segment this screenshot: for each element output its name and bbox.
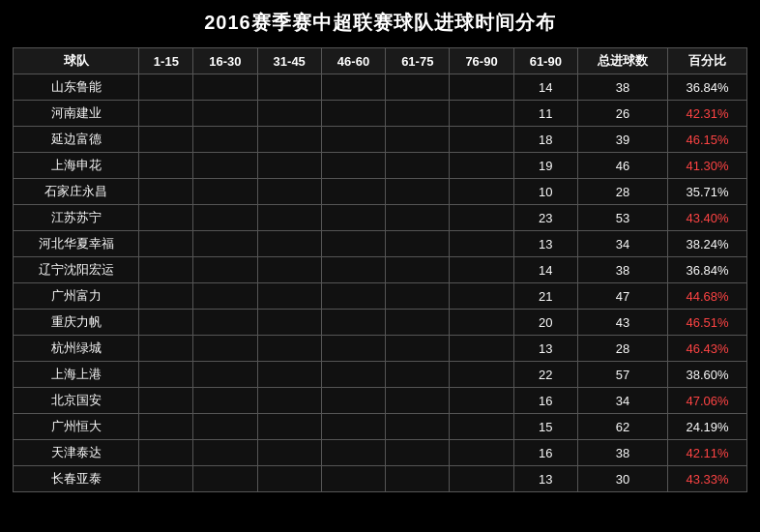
data-cell: 19: [513, 153, 577, 179]
data-cell: [386, 310, 450, 336]
percentage-cell: 24.19%: [668, 414, 747, 440]
data-cell: [450, 440, 513, 466]
data-cell: 38: [577, 257, 667, 283]
data-cell: [321, 388, 385, 414]
data-cell: 34: [577, 388, 667, 414]
column-header: 百分比: [668, 48, 747, 74]
data-cell: 46: [577, 153, 667, 179]
table-row: 上海上港225738.60%: [14, 362, 747, 388]
table-row: 长春亚泰133043.33%: [14, 466, 747, 492]
table-row: 重庆力帆204346.51%: [14, 310, 747, 336]
data-cell: [139, 388, 193, 414]
stats-table: 球队1-1516-3031-4546-6061-7576-9061-90总进球数…: [13, 47, 747, 492]
data-cell: [450, 74, 513, 101]
data-cell: [193, 231, 257, 257]
data-cell: [139, 283, 193, 310]
page-title: 2016赛季赛中超联赛球队进球时间分布: [204, 10, 556, 36]
data-cell: [321, 231, 385, 257]
data-cell: 39: [577, 127, 667, 153]
data-cell: [139, 310, 193, 336]
data-cell: [139, 336, 193, 362]
data-cell: [257, 310, 321, 336]
data-cell: [386, 440, 450, 466]
data-cell: [321, 283, 385, 310]
column-header: 1-15: [139, 48, 193, 74]
data-cell: 11: [513, 101, 577, 127]
data-cell: [257, 179, 321, 205]
data-cell: 22: [513, 362, 577, 388]
percentage-cell: 47.06%: [668, 388, 747, 414]
data-cell: [386, 283, 450, 310]
data-cell: [257, 205, 321, 231]
data-cell: 30: [577, 466, 667, 492]
data-cell: 53: [577, 205, 667, 231]
data-cell: [450, 414, 513, 440]
data-cell: [321, 414, 385, 440]
data-cell: [450, 336, 513, 362]
data-cell: [139, 205, 193, 231]
data-cell: 21: [513, 283, 577, 310]
data-cell: [139, 231, 193, 257]
data-cell: 62: [577, 414, 667, 440]
data-cell: [450, 153, 513, 179]
percentage-cell: 36.84%: [668, 257, 747, 283]
data-cell: [193, 283, 257, 310]
percentage-cell: 43.40%: [668, 205, 747, 231]
data-cell: [257, 231, 321, 257]
team-name: 杭州绿城: [14, 336, 139, 362]
data-cell: [257, 336, 321, 362]
table-row: 上海申花194641.30%: [14, 153, 747, 179]
percentage-cell: 36.84%: [668, 74, 747, 101]
data-cell: 28: [577, 179, 667, 205]
data-cell: [386, 153, 450, 179]
team-name: 山东鲁能: [14, 74, 139, 101]
table-row: 江苏苏宁235343.40%: [14, 205, 747, 231]
data-cell: [386, 179, 450, 205]
data-cell: [193, 466, 257, 492]
data-cell: 34: [577, 231, 667, 257]
data-cell: [450, 257, 513, 283]
data-cell: 13: [513, 231, 577, 257]
data-cell: [257, 101, 321, 127]
column-header: 46-60: [321, 48, 385, 74]
team-name: 北京国安: [14, 388, 139, 414]
data-cell: [450, 205, 513, 231]
table-row: 天津泰达163842.11%: [14, 440, 747, 466]
data-cell: [139, 362, 193, 388]
table-row: 辽宁沈阳宏运143836.84%: [14, 257, 747, 283]
data-cell: 28: [577, 336, 667, 362]
data-cell: [450, 231, 513, 257]
data-cell: [321, 466, 385, 492]
table-header-row: 球队1-1516-3031-4546-6061-7576-9061-90总进球数…: [14, 48, 747, 74]
data-cell: [386, 231, 450, 257]
data-cell: [386, 414, 450, 440]
data-cell: [386, 466, 450, 492]
table-body: 山东鲁能143836.84%河南建业112642.31%延边富德183946.1…: [14, 74, 747, 492]
data-cell: [450, 362, 513, 388]
data-cell: [193, 336, 257, 362]
table-row: 石家庄永昌102835.71%: [14, 179, 747, 205]
column-header: 总进球数: [577, 48, 667, 74]
data-cell: [321, 310, 385, 336]
table-row: 山东鲁能143836.84%: [14, 74, 747, 101]
team-name: 延边富德: [14, 127, 139, 153]
data-cell: [139, 414, 193, 440]
data-cell: [139, 179, 193, 205]
data-cell: 14: [513, 257, 577, 283]
data-cell: [321, 336, 385, 362]
percentage-cell: 46.15%: [668, 127, 747, 153]
data-cell: [321, 74, 385, 101]
percentage-cell: 35.71%: [668, 179, 747, 205]
data-cell: [386, 205, 450, 231]
data-cell: [139, 440, 193, 466]
data-cell: [450, 127, 513, 153]
percentage-cell: 42.11%: [668, 440, 747, 466]
data-cell: [257, 414, 321, 440]
data-cell: [257, 440, 321, 466]
percentage-cell: 43.33%: [668, 466, 747, 492]
data-cell: [139, 101, 193, 127]
data-cell: [193, 388, 257, 414]
data-cell: [193, 414, 257, 440]
data-cell: [450, 310, 513, 336]
table-row: 延边富德183946.15%: [14, 127, 747, 153]
